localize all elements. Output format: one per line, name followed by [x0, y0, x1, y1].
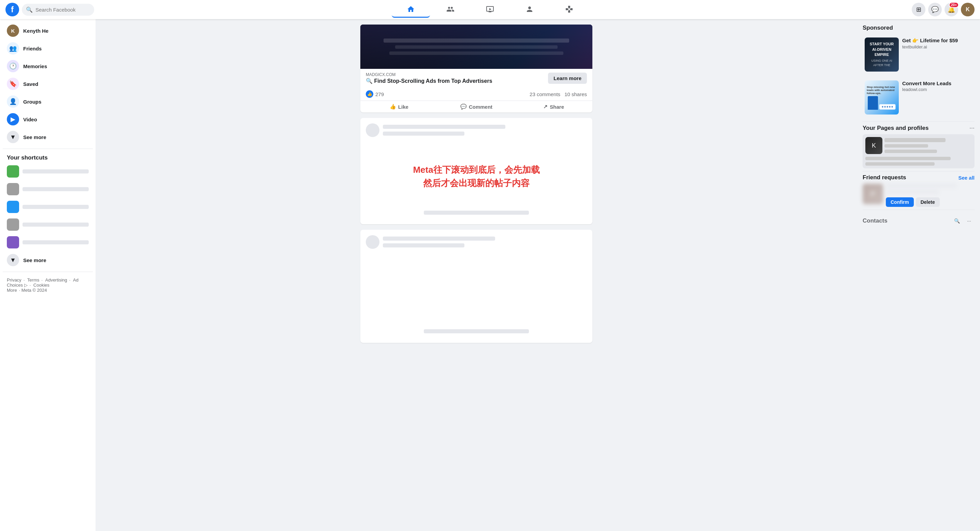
share-button[interactable]: ↗ Share: [515, 101, 592, 113]
sponsored-image-textbuilder: START YOUR AI-DRIVEN EMPIRE USING ONE AI…: [865, 38, 899, 71]
search-box[interactable]: 🔍: [22, 4, 94, 16]
friends-sidebar-icon: 👥: [7, 42, 19, 54]
sidebar-right: Sponsored START YOUR AI-DRIVEN EMPIRE US…: [857, 19, 980, 531]
contacts-header: Contacts 🔍 ···: [862, 216, 975, 226]
user-avatar-button[interactable]: K: [961, 3, 975, 16]
loading-footer-1: [366, 211, 587, 219]
topnav: f 🔍 ⊞ 💬: [0, 0, 980, 19]
main-layout: K Kenyth He 👥 Friends 🕐 Memories 🔖 Saved…: [0, 19, 980, 531]
shortcut-item-1[interactable]: [3, 163, 93, 180]
footer-cookies-link[interactable]: Cookies: [33, 282, 49, 288]
user-sidebar-avatar: K: [7, 25, 19, 37]
friends-icon: [446, 5, 455, 13]
nav-friends-button[interactable]: [431, 2, 469, 18]
sidebar-item-memories[interactable]: 🕐 Memories: [3, 57, 93, 75]
sidebar-item-saved[interactable]: 🔖 Saved: [3, 75, 93, 93]
loading-post-2: [360, 230, 592, 343]
sidebar-divider-2: [3, 272, 93, 272]
sidebar-video-label: Video: [23, 117, 37, 122]
shortcut-item-3[interactable]: [3, 198, 93, 216]
footer-copyright: Meta © 2024: [22, 288, 47, 293]
learn-more-button[interactable]: Learn more: [548, 73, 587, 84]
messenger-icon: 💬: [931, 6, 939, 13]
shortcut-thumb-1: [7, 165, 19, 178]
sidebar-item-friends[interactable]: 👥 Friends: [3, 40, 93, 57]
leadowl-ad-image: Stop missing hot new leads with automate…: [865, 81, 899, 114]
leadowl-headline: Convert More Leads: [902, 81, 972, 86]
friend-confirm-button-1[interactable]: Confirm: [886, 197, 914, 207]
sidebar-friends-label: Friends: [23, 46, 41, 51]
sponsored-item-textbuilder[interactable]: START YOUR AI-DRIVEN EMPIRE USING ONE AI…: [862, 35, 975, 74]
loading-post-1: Meta往下滚动到底后，会先加载然后才会出现新的帖子内容: [360, 118, 592, 224]
grid-icon: ⊞: [916, 6, 921, 13]
shortcuts-see-more-icon: ▼: [7, 254, 19, 266]
loading-avatar-1: [366, 124, 379, 137]
textbuilder-headline: Get 👉 Lifetime for $59: [902, 38, 972, 44]
sidebar-memories-label: Memories: [23, 63, 47, 69]
sponsored-title: Sponsored: [862, 25, 975, 31]
textbuilder-domain: textbuilder.ai: [902, 44, 972, 49]
loading-post-header-1: [366, 124, 587, 137]
reaction-count: 👍 279: [366, 90, 384, 98]
friend-request-mutual-1: [886, 190, 939, 194]
shortcut-item-5[interactable]: [3, 233, 93, 251]
shortcuts-title: Your shortcuts: [3, 152, 93, 163]
loading-lines-2: [383, 236, 587, 247]
like-button[interactable]: 👍 Like: [360, 101, 438, 113]
footer-more-link[interactable]: More: [7, 288, 17, 293]
ad-post-card: MADGICX.COM 🔍 Find Stop-Scrolling Ads fr…: [360, 25, 592, 113]
comment-button[interactable]: 💬 Comment: [438, 101, 515, 113]
facebook-logo: f: [5, 3, 19, 16]
shortcut-thumb-4: [7, 219, 19, 231]
grid-menu-button[interactable]: ⊞: [912, 3, 925, 16]
nav-profile-button[interactable]: [511, 2, 549, 18]
reaction-number: 279: [375, 91, 384, 97]
friend-requests-see-all[interactable]: See all: [958, 175, 975, 181]
friend-request-buttons-1: Confirm Delete: [886, 197, 975, 207]
sidebar-shortcuts-see-more[interactable]: ▼ See more: [3, 251, 93, 269]
shares-count: 10 shares: [565, 91, 587, 97]
loading-line-5: [383, 243, 465, 247]
sidebar-divider: [3, 149, 93, 149]
ad-source-info: MADGICX.COM 🔍 Find Stop-Scrolling Ads fr…: [366, 72, 492, 84]
sponsored-item-leadowl[interactable]: Stop missing hot new leads with automate…: [862, 78, 975, 117]
topnav-center: [101, 2, 879, 18]
notifications-button[interactable]: 🔔 20+: [945, 3, 958, 16]
friend-delete-button-1[interactable]: Delete: [916, 197, 940, 207]
watch-icon: [486, 5, 494, 13]
comment-label: Comment: [469, 104, 492, 110]
loading-line-3: [424, 211, 529, 215]
pages-profiles-section: Your Pages and profiles ··· K: [862, 124, 975, 168]
footer-privacy-link[interactable]: Privacy: [7, 277, 22, 282]
shortcut-label-placeholder-3: [22, 205, 89, 209]
comment-icon: 💬: [460, 104, 467, 110]
sidebar-user-name: Kenyth He: [23, 28, 48, 34]
shortcut-thumb-5: [7, 236, 19, 249]
shortcut-item-4[interactable]: [3, 216, 93, 233]
pages-more-button[interactable]: ···: [969, 124, 975, 132]
loading-line-6: [424, 329, 529, 333]
reactions-bar: 👍 279 23 comments 10 shares: [360, 87, 592, 101]
footer-advertising-link[interactable]: Advertising: [45, 277, 67, 282]
footer-terms-link[interactable]: Terms: [27, 277, 39, 282]
loading-avatar-2: [366, 235, 379, 249]
messenger-button[interactable]: 💬: [928, 3, 942, 16]
sponsored-info-textbuilder: Get 👉 Lifetime for $59 textbuilder.ai: [902, 38, 972, 49]
contacts-search-button[interactable]: 🔍: [951, 216, 962, 226]
search-input[interactable]: [35, 7, 90, 13]
notification-badge: 20+: [949, 2, 959, 8]
sidebar-item-user-profile[interactable]: K Kenyth He: [3, 22, 93, 40]
loading-content-1: Meta往下滚动到底后，会先加载然后才会出现新的帖子内容: [366, 143, 587, 211]
like-emoji-icon: 👍: [366, 90, 373, 98]
shortcut-item-2[interactable]: [3, 180, 93, 198]
contacts-more-button[interactable]: ···: [964, 216, 975, 226]
nav-gaming-button[interactable]: [550, 2, 588, 18]
loading-footer-2: [366, 329, 587, 338]
nav-watch-button[interactable]: [471, 2, 509, 18]
sidebar-item-video[interactable]: ▶ Video: [3, 111, 93, 128]
ad-info-row: MADGICX.COM 🔍 Find Stop-Scrolling Ads fr…: [360, 69, 592, 87]
nav-home-button[interactable]: [392, 2, 430, 18]
sidebar-see-more-button[interactable]: ▼ See more: [3, 128, 93, 146]
sidebar-item-groups[interactable]: 👤 Groups: [3, 93, 93, 111]
friend-requests-section: Friend requests See all P Confirm Delete: [862, 174, 975, 207]
